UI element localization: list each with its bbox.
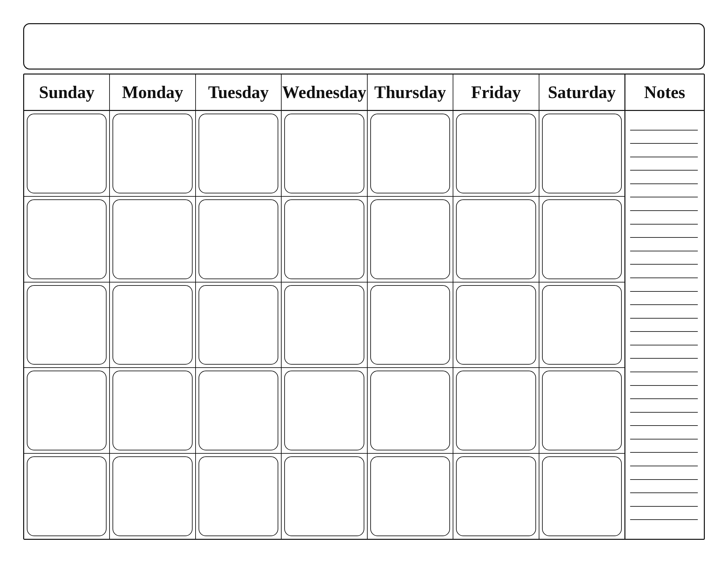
- notes-line: [630, 452, 698, 453]
- notes-line: [630, 237, 698, 238]
- cell-5-sun[interactable]: [24, 454, 110, 539]
- day-header-sunday: Sunday: [24, 74, 110, 110]
- calendar-main: Sunday Monday Tuesday Wednesday Thursday…: [23, 73, 705, 540]
- cell-2-thu[interactable]: [368, 197, 453, 282]
- cell-1-fri[interactable]: [453, 111, 539, 196]
- grid-row-2: [24, 197, 624, 283]
- cell-3-fri[interactable]: [453, 283, 539, 368]
- cell-1-wed[interactable]: [282, 111, 367, 196]
- cell-4-mon[interactable]: [110, 368, 196, 453]
- notes-line: [630, 197, 698, 197]
- cell-4-tue[interactable]: [196, 368, 282, 453]
- grid-row-3: [24, 283, 624, 368]
- notes-line: [630, 479, 698, 480]
- cell-1-mon[interactable]: [110, 111, 196, 196]
- notes-line: [630, 372, 698, 372]
- header-row: Sunday Monday Tuesday Wednesday Thursday…: [24, 74, 624, 111]
- cell-5-thu[interactable]: [368, 454, 453, 539]
- cell-4-thu[interactable]: [368, 368, 453, 453]
- day-header-thursday: Thursday: [368, 74, 453, 110]
- grid-row-4: [24, 368, 624, 454]
- cell-5-fri[interactable]: [453, 454, 539, 539]
- title-bar[interactable]: [23, 23, 705, 70]
- cell-5-sat[interactable]: [539, 454, 624, 539]
- days-section: Sunday Monday Tuesday Wednesday Thursday…: [24, 74, 624, 539]
- cell-4-sat[interactable]: [539, 368, 624, 453]
- grid-row-1: [24, 111, 624, 197]
- day-header-friday: Friday: [453, 74, 539, 110]
- day-header-tuesday: Tuesday: [196, 74, 282, 110]
- cell-5-mon[interactable]: [110, 454, 196, 539]
- cell-1-thu[interactable]: [368, 111, 453, 196]
- notes-line: [630, 224, 698, 224]
- cell-1-sat[interactable]: [539, 111, 624, 196]
- notes-line: [630, 412, 698, 413]
- notes-line: [630, 277, 698, 278]
- notes-line: [630, 291, 698, 292]
- cell-2-sat[interactable]: [539, 197, 624, 282]
- notes-line: [630, 170, 698, 170]
- calendar-wrapper: Sunday Monday Tuesday Wednesday Thursday…: [17, 17, 711, 546]
- day-header-monday: Monday: [110, 74, 196, 110]
- notes-line: [630, 130, 698, 130]
- notes-line: [630, 331, 698, 332]
- cell-3-wed[interactable]: [282, 283, 367, 368]
- notes-line: [630, 143, 698, 144]
- notes-line: [630, 345, 698, 346]
- cell-3-sat[interactable]: [539, 283, 624, 368]
- cell-1-sun[interactable]: [24, 111, 110, 196]
- cell-5-wed[interactable]: [282, 454, 367, 539]
- notes-line: [630, 385, 698, 386]
- notes-line: [630, 358, 698, 359]
- notes-line: [630, 210, 698, 211]
- cell-3-mon[interactable]: [110, 283, 196, 368]
- notes-line: [630, 251, 698, 251]
- day-header-saturday: Saturday: [539, 74, 624, 110]
- notes-line: [630, 318, 698, 319]
- cell-2-mon[interactable]: [110, 197, 196, 282]
- cell-4-fri[interactable]: [453, 368, 539, 453]
- cell-2-wed[interactable]: [282, 197, 367, 282]
- notes-line: [630, 305, 698, 305]
- notes-line: [630, 399, 698, 399]
- cell-4-sun[interactable]: [24, 368, 110, 453]
- notes-lines[interactable]: [625, 111, 704, 539]
- notes-line: [630, 157, 698, 157]
- notes-section: Notes: [624, 74, 704, 539]
- notes-line: [630, 264, 698, 264]
- notes-line: [630, 466, 698, 466]
- grid-rows: [24, 111, 624, 539]
- cell-4-wed[interactable]: [282, 368, 367, 453]
- notes-line: [630, 439, 698, 440]
- notes-header: Notes: [625, 74, 704, 111]
- notes-line: [630, 506, 698, 507]
- cell-2-tue[interactable]: [196, 197, 282, 282]
- notes-line: [630, 183, 698, 184]
- notes-line: [630, 493, 698, 493]
- cell-2-fri[interactable]: [453, 197, 539, 282]
- notes-line: [630, 519, 698, 520]
- grid-row-5: [24, 454, 624, 539]
- notes-line: [630, 425, 698, 426]
- cell-3-sun[interactable]: [24, 283, 110, 368]
- cell-2-sun[interactable]: [24, 197, 110, 282]
- cell-5-tue[interactable]: [196, 454, 282, 539]
- day-header-wednesday: Wednesday: [282, 74, 367, 110]
- cell-3-tue[interactable]: [196, 283, 282, 368]
- cell-3-thu[interactable]: [368, 283, 453, 368]
- cell-1-tue[interactable]: [196, 111, 282, 196]
